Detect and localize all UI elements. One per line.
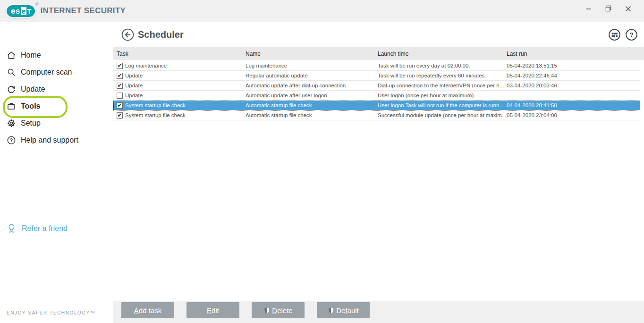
- launch-time-cell: Dial-up connection to the Internet/VPN (…: [378, 83, 507, 88]
- sidebar-item-tools[interactable]: Tools: [0, 98, 113, 115]
- default-button[interactable]: Default: [317, 302, 370, 318]
- back-button[interactable]: [121, 28, 134, 41]
- sidebar-item-label: Help and support: [21, 136, 78, 144]
- column-header-launch-time[interactable]: Launch time: [378, 51, 507, 57]
- button-label: Default: [336, 306, 359, 314]
- restore-icon: [605, 5, 612, 12]
- refer-a-friend-link[interactable]: Refer a friend: [7, 223, 68, 234]
- content-spacer: [113, 120, 644, 301]
- window-controls: [581, 0, 644, 22]
- task-cell: Log maintenance: [125, 63, 246, 68]
- name-cell: Log maintenance: [246, 63, 378, 68]
- eset-brand: eseT ® INTERNET SECURITY: [0, 4, 126, 18]
- uac-shield-icon: [328, 307, 334, 314]
- home-icon: [7, 51, 16, 60]
- add-task-button[interactable]: Add task: [121, 302, 174, 318]
- launch-time-cell: User logon (once per hour at maximum).: [378, 93, 507, 98]
- launch-time-cell: Successful module update (once per hour …: [378, 112, 507, 118]
- name-cell: Regular automatic update: [246, 73, 378, 78]
- product-name: INTERNET SECURITY: [40, 6, 126, 16]
- registered-mark: ®: [35, 2, 39, 7]
- column-header-task[interactable]: Task: [117, 51, 246, 57]
- last-run-cell: 05-04-2020 23:04:00: [507, 112, 640, 118]
- button-label: Delete: [272, 306, 292, 314]
- help-button[interactable]: ?: [625, 28, 638, 41]
- view-options-button[interactable]: [608, 28, 621, 41]
- name-cell: Automatic startup file check: [246, 102, 378, 108]
- sidebar-item-label: Computer scan: [21, 68, 72, 76]
- task-row[interactable]: UpdateAutomatic update after user logonU…: [113, 91, 640, 101]
- launch-time-cell: Task will be run every day at 02:00:00.: [378, 63, 507, 68]
- task-cell: Update: [125, 83, 246, 88]
- svg-text:?: ?: [10, 138, 13, 143]
- task-row[interactable]: ✔System startup file checkAutomatic star…: [113, 101, 640, 110]
- task-row[interactable]: ✔Log maintenanceLog maintenanceTask will…: [113, 61, 640, 71]
- back-arrow-icon: [121, 28, 134, 41]
- last-run-cell: 05-04-2020 13:51:15: [507, 63, 640, 68]
- table-header: Task Name Launch time Last run: [113, 47, 644, 60]
- main-area: HomeComputer scanUpdateToolsSetup?Help a…: [0, 22, 644, 323]
- sidebar-item-computer-scan[interactable]: Computer scan: [0, 64, 113, 81]
- sidebar-item-label: Home: [21, 51, 41, 60]
- task-row[interactable]: ✔UpdateRegular automatic updateTask will…: [113, 71, 640, 81]
- task-checkbox[interactable]: ✔: [117, 112, 123, 119]
- task-checkbox[interactable]: [117, 93, 123, 99]
- eset-window: eseT ® INTERNET SECURITY HomeComputer sc…: [0, 0, 644, 323]
- column-header-name[interactable]: Name: [246, 51, 378, 57]
- sidebar-item-update[interactable]: Update: [0, 81, 113, 98]
- task-row[interactable]: ✔System startup file checkAutomatic star…: [113, 110, 640, 120]
- task-table-body: ✔Log maintenanceLog maintenanceTask will…: [113, 61, 644, 120]
- sidebar-item-label: Tools: [21, 102, 40, 110]
- task-cell: System startup file check: [125, 112, 246, 118]
- logo-text-e: e: [21, 7, 26, 15]
- eset-logo-icon: eseT ®: [6, 4, 36, 18]
- column-header-last-run[interactable]: Last run: [507, 51, 644, 57]
- name-cell: Automatic startup file check: [246, 112, 378, 118]
- refer-a-friend-label: Refer a friend: [22, 224, 68, 233]
- sidebar-item-setup[interactable]: Setup: [0, 115, 113, 132]
- scheduler-page: Scheduler ? Task Name Launch time Last r…: [113, 22, 644, 323]
- sidebar: HomeComputer scanUpdateToolsSetup?Help a…: [0, 22, 113, 323]
- last-run-cell: 04-04-2020 20:41:50: [507, 102, 640, 108]
- sidebar-item-home[interactable]: Home: [0, 47, 113, 64]
- task-checkbox[interactable]: ✔: [117, 63, 123, 69]
- sidebar-item-label: Update: [21, 85, 45, 94]
- sidebar-item-help-and-support[interactable]: ?Help and support: [0, 132, 113, 149]
- last-run-cell: 03-04-2020 20:03:46: [507, 83, 640, 88]
- task-cell: Update: [125, 93, 246, 98]
- launch-time-cell: User logon Task will not run if the comp…: [378, 102, 507, 108]
- update-icon: [7, 85, 16, 94]
- task-checkbox[interactable]: ✔: [117, 83, 123, 89]
- list-view-icon: [608, 28, 621, 41]
- launch-time-cell: Task will be run repeatedly every 60 min…: [378, 73, 507, 78]
- titlebar: eseT ® INTERNET SECURITY: [0, 0, 644, 22]
- close-icon: [625, 6, 631, 12]
- button-label: Edit: [207, 306, 219, 314]
- name-cell: Automatic update after dial-up connectio…: [246, 83, 378, 88]
- edit-button[interactable]: Edit: [186, 302, 239, 318]
- name-cell: Automatic update after user logon: [246, 93, 378, 98]
- task-cell: Update: [125, 73, 246, 78]
- window-restore-button[interactable]: [601, 0, 616, 17]
- task-cell: System startup file check: [125, 102, 246, 108]
- task-row[interactable]: ✔UpdateAutomatic update after dial-up co…: [113, 81, 640, 91]
- logo-text-t: T: [27, 8, 31, 15]
- window-close-button[interactable]: [620, 0, 636, 17]
- minimize-icon: [585, 6, 592, 12]
- button-label: Add task: [134, 306, 161, 314]
- action-button-bar: Add taskEditDeleteDefault: [113, 301, 644, 323]
- setup-icon: [7, 119, 16, 128]
- tools-icon: [7, 102, 16, 111]
- scan-icon: [7, 68, 16, 77]
- window-minimize-button[interactable]: [581, 0, 596, 17]
- page-header: Scheduler ?: [113, 22, 644, 47]
- task-checkbox[interactable]: ✔: [117, 102, 123, 109]
- sidebar-nav-list: HomeComputer scanUpdateToolsSetup?Help a…: [0, 47, 113, 149]
- logo-text-es: es: [11, 7, 20, 15]
- help-icon: ?: [7, 136, 16, 145]
- task-checkbox[interactable]: ✔: [117, 73, 123, 79]
- rosette-badge-icon: [7, 223, 17, 234]
- last-run-cell: 05-04-2020 22:46:44: [507, 73, 640, 78]
- sidebar-item-label: Setup: [21, 119, 41, 128]
- delete-button[interactable]: Delete: [252, 302, 305, 318]
